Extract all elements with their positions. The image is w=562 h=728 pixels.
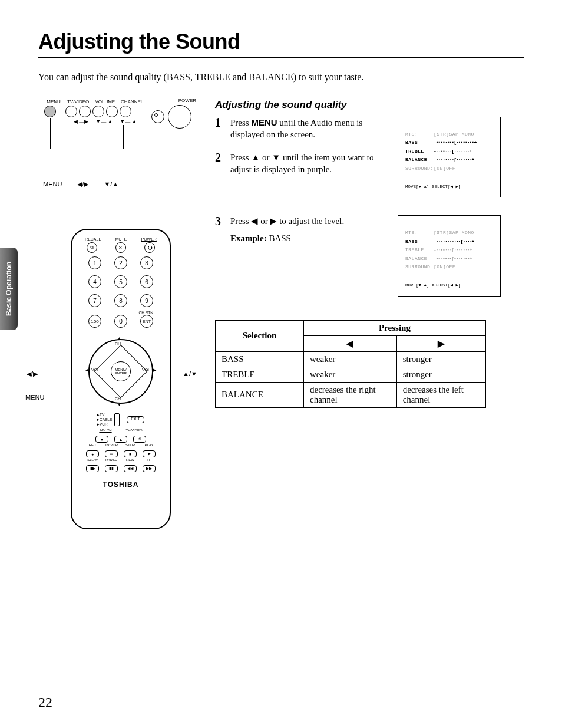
rec-button: ● bbox=[86, 450, 99, 457]
dpad-up-arrow: ▲ bbox=[117, 336, 121, 340]
osd2-footer: MOVE[▼ ▲] ADJUST[◀ ▶] bbox=[405, 282, 493, 290]
tv-ch-up-button bbox=[120, 106, 131, 117]
tv-menu-button bbox=[44, 106, 56, 117]
tvvcr-label: TV/VCR bbox=[105, 443, 118, 447]
stop-button: ■ bbox=[124, 450, 137, 457]
selection-table: Selection Pressing ◀ ▶ BASS weaker stron… bbox=[215, 320, 486, 408]
step-2-number: 2 bbox=[215, 151, 226, 163]
step-1-text-a: Press bbox=[230, 118, 251, 127]
play-button: ▶ bbox=[143, 450, 156, 457]
subheading: Adjusting the sound quality bbox=[215, 99, 524, 111]
tvvideo-label: TV/VIDEO bbox=[126, 429, 143, 432]
step-3-number: 3 bbox=[215, 215, 226, 227]
tv-volume-label: VOLUME bbox=[94, 99, 115, 104]
table-row: TREBLE weaker stronger bbox=[216, 367, 486, 382]
dpad-right-arrow: ▶ bbox=[153, 368, 156, 373]
favch-label: FAV CH bbox=[99, 429, 111, 432]
slow-label: SLOW bbox=[86, 458, 99, 462]
num-8: 8 bbox=[114, 294, 127, 307]
up-arrow-icon: ▲ bbox=[251, 152, 260, 162]
table-row: BASS weaker stronger bbox=[216, 351, 486, 367]
mute-button: ✕ bbox=[115, 242, 126, 253]
dpad-vol-r: VOL bbox=[142, 368, 150, 372]
remote-side-menu: MENU bbox=[25, 394, 44, 401]
rec-label: REC bbox=[86, 443, 99, 447]
recall-label: RECALL bbox=[85, 237, 101, 241]
osd1-footer: MOVE[▼ ▲] SELECT[◀ ▶] bbox=[405, 183, 493, 192]
tvvideo-button: ⟲ bbox=[133, 436, 146, 443]
cell-left: decreases the right channel bbox=[304, 382, 397, 407]
tv-menu-label: MENU bbox=[45, 99, 62, 104]
num-0: 0 bbox=[114, 315, 127, 328]
num-4: 4 bbox=[88, 275, 101, 288]
osd-screenshot-2: MTS:[STR]SAP MONO BASS-··········▪[····+… bbox=[398, 215, 501, 296]
cell-right: stronger bbox=[396, 351, 485, 367]
num-9: 9 bbox=[140, 294, 153, 307]
switch-tv: TV bbox=[100, 413, 104, 417]
num-100: 100 bbox=[88, 315, 101, 328]
menu-keyword: MENU bbox=[251, 117, 277, 127]
tv-vol-up-button bbox=[92, 106, 104, 117]
tv-bottom-lr: ◀/▶ bbox=[77, 180, 88, 188]
remote-side-lr: ◀/▶ bbox=[27, 370, 38, 378]
cell-sel: BASS bbox=[216, 351, 304, 367]
rew-button: ◀◀ bbox=[124, 465, 137, 472]
pause-label: PAUSE bbox=[105, 458, 118, 462]
recall-button: ⧉ bbox=[87, 242, 97, 253]
tvvcr-button: ▭ bbox=[105, 450, 118, 457]
menu-enter-button: MENU/ENTER bbox=[111, 361, 131, 381]
step-3-text-b: to adjust the level. bbox=[277, 216, 344, 226]
ent-button: ENT bbox=[140, 315, 153, 328]
step-1: 1 Press MENU until the Audio menu is dis… bbox=[215, 117, 386, 141]
cell-sel: BALANCE bbox=[216, 382, 304, 407]
dpad-left-arrow: ◀ bbox=[85, 368, 88, 373]
example-label: Example: BASS bbox=[230, 233, 386, 243]
num-1: 1 bbox=[88, 256, 101, 269]
remote-figure: ◀/▶ MENU ▲/▼ RECALL MUTE POWER ⧉ ✕ ⏻ bbox=[27, 229, 215, 529]
step-2-text-a: Press bbox=[230, 153, 251, 162]
favch-up: ▲ bbox=[114, 436, 127, 443]
th-right-arrow: ▶ bbox=[396, 335, 485, 351]
tv-channel-label: CHANNEL bbox=[121, 99, 143, 104]
tv-arrow-ud: ▼— ▲ bbox=[95, 118, 113, 124]
right-arrow-icon: ▶ bbox=[270, 216, 277, 226]
tv-power-button bbox=[168, 105, 191, 129]
stop-label: STOP bbox=[124, 443, 137, 447]
cell-left: weaker bbox=[304, 351, 397, 367]
osd-screenshot-1: MTS:[STR]SAP MONO BASS-▪▪▪▪·▪▪▪[·▪▪▪▪·▪▪… bbox=[398, 117, 501, 197]
title-rule bbox=[38, 57, 524, 58]
brand-logo: TOSHIBA bbox=[78, 480, 164, 489]
th-left-arrow: ◀ bbox=[304, 335, 397, 351]
dpad-down-arrow: ▼ bbox=[117, 403, 121, 407]
num-2: 2 bbox=[114, 256, 127, 269]
intro-text: You can adjust the sound quality (BASS, … bbox=[38, 72, 524, 83]
tv-arrow-lr: ◀ —▶ bbox=[74, 118, 88, 124]
step-1-number: 1 bbox=[215, 117, 226, 129]
tv-tvvideo-label: TV/VIDEO bbox=[67, 99, 90, 104]
down-arrow-icon: ▼ bbox=[272, 152, 280, 162]
tv-vol-down-button bbox=[79, 106, 91, 117]
slow-button: ▮▶ bbox=[86, 465, 99, 472]
tv-arrow-ud2: ▼— ▲ bbox=[120, 118, 137, 124]
num-3: 3 bbox=[140, 256, 153, 269]
step-2-mid: or bbox=[260, 153, 272, 162]
play-label: PLAY bbox=[143, 443, 156, 447]
th-pressing: Pressing bbox=[304, 320, 486, 335]
step-3-text-a: Press bbox=[230, 216, 251, 226]
switch-vcr: VCR bbox=[100, 422, 108, 426]
cell-right: stronger bbox=[396, 367, 485, 382]
chrtn-label: CH RTN bbox=[78, 311, 164, 315]
dpad-vol-l: VOL bbox=[91, 368, 100, 372]
cell-sel: TREBLE bbox=[216, 367, 304, 382]
table-row: BALANCE decreases the right channel decr… bbox=[216, 382, 486, 407]
dpad-ch-dn: CH bbox=[115, 397, 121, 401]
step-2: 2 Press ▲ or ▼ until the item you want t… bbox=[215, 151, 386, 176]
num-5: 5 bbox=[114, 275, 127, 288]
page-number: 22 bbox=[38, 694, 52, 710]
ff-label: FF bbox=[143, 458, 156, 462]
exit-button: EXIT bbox=[127, 416, 144, 423]
power-label: POWER bbox=[178, 98, 196, 103]
remote-side-ud: ▲/▼ bbox=[183, 370, 197, 377]
ff-button: ▶▶ bbox=[143, 465, 156, 472]
cell-left: weaker bbox=[304, 367, 397, 382]
